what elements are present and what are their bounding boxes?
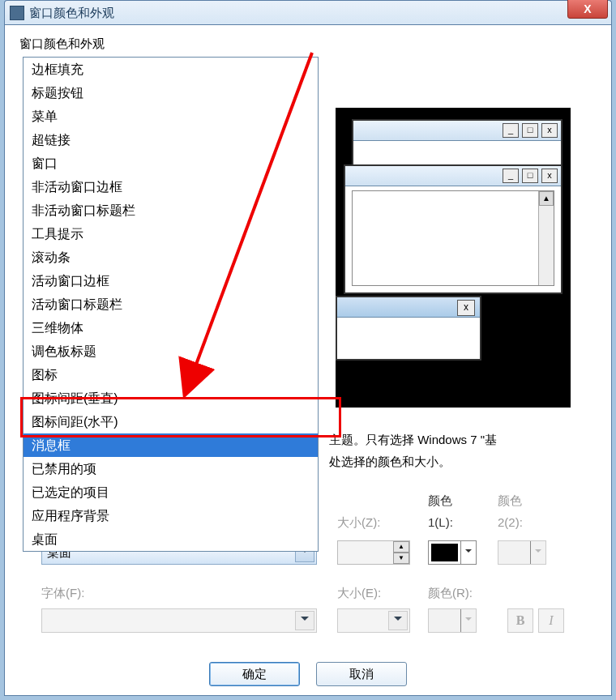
close-icon: x (541, 169, 558, 183)
dropdown-option[interactable]: 菜单 (24, 105, 318, 128)
dropdown-option[interactable]: 非活动窗口标题栏 (24, 198, 318, 222)
dropdown-option[interactable]: 三维物体 (24, 316, 318, 339)
min-icon: _ (503, 169, 519, 183)
dropdown-option[interactable]: 活动窗口标题栏 (24, 292, 318, 316)
desc-line1: 主题。只有选择 Windows 7 "基 (329, 433, 497, 446)
chevron-down-icon[interactable] (460, 541, 476, 564)
dropdown-option[interactable]: 边框填充 (24, 58, 318, 81)
dropdown-option[interactable]: 调色板标题 (24, 339, 318, 363)
dropdown-option[interactable]: 工具提示 (24, 222, 318, 245)
dropdown-option[interactable]: 桌面 (24, 527, 318, 551)
font-combobox (41, 608, 317, 633)
min-icon: _ (503, 123, 519, 138)
preview-message-box: x (336, 296, 481, 361)
window-title: 窗口颜色和外观 (29, 6, 114, 21)
max-icon: □ (522, 123, 538, 138)
description-text: 主题。只有选择 Windows 7 "基 处选择的颜色和大小。 (329, 429, 587, 472)
preview-scrollbar: ▲ (538, 191, 554, 285)
color-swatch (501, 544, 528, 561)
chevron-down-icon (388, 611, 408, 630)
dropdown-option[interactable]: 消息框 (24, 433, 318, 457)
label-color3: 颜色(R): (428, 586, 473, 601)
label-color1-hdr: 颜色 (428, 493, 452, 509)
dropdown-option[interactable]: 图标间距(垂直) (24, 386, 318, 410)
font-size-combobox (337, 608, 410, 633)
label-color2-hdr: 颜色 (498, 493, 522, 509)
size-spinner[interactable]: ▲▼ (337, 540, 410, 565)
preview-body: ▲ (352, 190, 554, 286)
label-color1: 1(L): (428, 515, 453, 529)
scroll-up-icon: ▲ (539, 191, 554, 206)
panel-title: 窗口颜色和外观 (19, 36, 597, 52)
preview-titlebar: _ □ x (345, 166, 561, 186)
dropdown-option[interactable]: 滚动条 (24, 245, 318, 269)
chevron-down-icon (530, 541, 545, 564)
button-bar: 确定 取消 (5, 658, 611, 690)
color1-button[interactable] (428, 540, 477, 565)
dropdown-option[interactable]: 超链接 (24, 128, 318, 152)
close-icon: x (541, 123, 558, 138)
color-swatch (431, 612, 458, 630)
dropdown-option[interactable]: 图标间距(水平) (24, 410, 318, 433)
preview-titlebar: _ □ x (353, 121, 561, 141)
spin-down-icon[interactable]: ▼ (393, 553, 409, 564)
app-icon (10, 6, 24, 20)
max-icon: □ (522, 169, 538, 183)
desc-line2: 处选择的颜色和大小。 (329, 455, 451, 468)
color-swatch (431, 544, 458, 561)
dropdown-option[interactable]: 图标 (24, 363, 318, 386)
label-font: 字体(F): (41, 586, 84, 601)
label-size2: 大小(E): (337, 586, 381, 601)
dropdown-option[interactable]: 应用程序背景 (24, 504, 318, 527)
dropdown-option[interactable]: 已选定的项目 (24, 480, 318, 504)
item-dropdown-list[interactable]: 边框填充标题按钮菜单超链接窗口非活动窗口边框非活动窗口标题栏工具提示滚动条活动窗… (23, 57, 319, 552)
dropdown-option[interactable]: 非活动窗口边框 (24, 175, 318, 198)
label-color2: 2(2): (498, 515, 523, 529)
dropdown-option[interactable]: 窗口 (24, 152, 318, 175)
titlebar: 窗口颜色和外观 X (4, 0, 612, 25)
font-color-button (428, 608, 477, 633)
close-button[interactable]: X (567, 0, 608, 19)
ok-button[interactable]: 确定 (209, 662, 300, 686)
close-icon: x (457, 300, 475, 316)
color2-button (498, 540, 546, 565)
label-size: 大小(Z): (337, 515, 380, 531)
chevron-down-icon (295, 611, 314, 630)
dropdown-option[interactable]: 已禁用的项 (24, 457, 318, 480)
preview-active-window: _ □ x ▲ (344, 164, 563, 294)
dropdown-option[interactable]: 标题按钮 (24, 81, 318, 105)
preview-area: _ □ x _ □ x ▲ x (336, 108, 571, 408)
italic-button: I (538, 608, 564, 633)
spin-up-icon[interactable]: ▲ (393, 541, 409, 553)
bold-button: B (507, 608, 533, 633)
dropdown-option[interactable]: 活动窗口边框 (24, 269, 318, 292)
cancel-button[interactable]: 取消 (316, 662, 407, 686)
chevron-down-icon (460, 609, 476, 632)
